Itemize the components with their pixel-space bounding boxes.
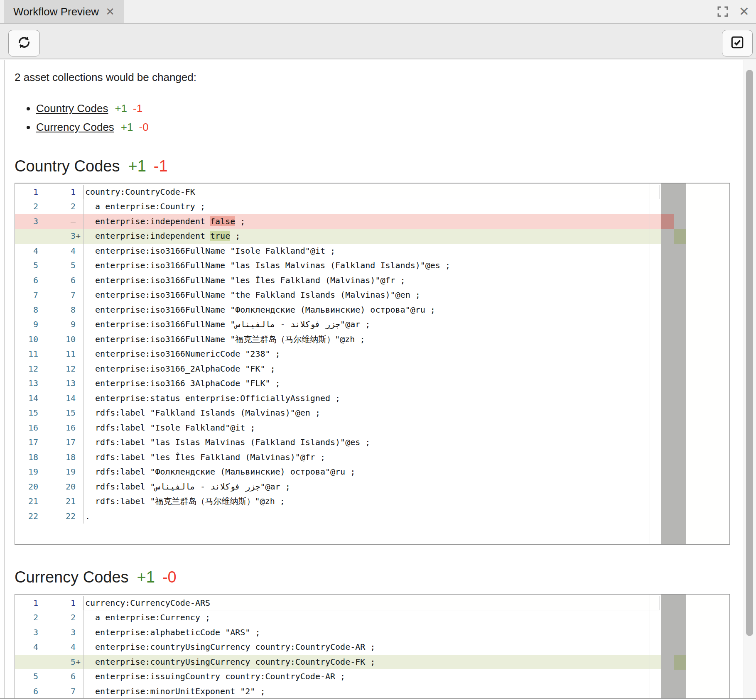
diff-row: 66 enterprise:iso3166FullName "les Îles … [15, 273, 661, 288]
code-line: rdfs:label "las Islas Malvinas (Falkland… [83, 435, 660, 450]
overview-added-marker [674, 229, 686, 244]
vertical-scrollbar[interactable] [744, 60, 756, 699]
old-line-number: 14 [15, 391, 38, 406]
diff-row: 56 enterprise:issuingCountry country:Cou… [15, 669, 661, 684]
new-line-number: 9 [38, 317, 76, 332]
code-line: enterprise:iso3166FullName "جزر فوكلاند … [83, 317, 660, 332]
diff-row: 55 enterprise:iso3166FullName "las Islas… [15, 258, 661, 273]
added-line-plus-marker [76, 421, 83, 436]
refresh-button[interactable] [8, 30, 40, 56]
new-line-number: 19 [38, 465, 76, 480]
added-line-plus-marker [76, 669, 83, 684]
diff-row: 22 a enterprise:Currency ; [15, 610, 661, 625]
added-line-plus-marker [76, 610, 83, 625]
section-title: Country Codes [15, 157, 120, 175]
old-line-number: 22 [15, 509, 38, 524]
window-controls: ✕ [717, 0, 749, 23]
new-line-number: 18 [38, 450, 76, 465]
tab-close-icon[interactable]: ✕ [106, 6, 115, 17]
new-line-number: 1 [38, 185, 76, 200]
code-line: a enterprise:Country ; [83, 199, 660, 214]
new-line-number: 13 [38, 376, 76, 391]
overview-added-marker [674, 655, 686, 670]
changed-word-highlight: false [210, 216, 235, 226]
removed-count: -1 [133, 102, 142, 115]
right-pane [686, 184, 729, 545]
code-line: a enterprise:Currency ; [83, 610, 660, 625]
change-summary-text: 2 asset collections would be changed: [15, 71, 730, 84]
added-count: +1 [121, 121, 133, 133]
new-line-number: 5 [38, 655, 76, 670]
diff-row: 11country:CountryCode-FK [15, 185, 661, 200]
diff-row: 44 enterprise:countryUsingCurrency count… [15, 640, 661, 655]
diff-row: 1111 enterprise:iso3166NumericCode "238"… [15, 347, 661, 362]
code-line: rdfs:label "Isole Falkland"@it ; [83, 421, 660, 436]
added-line-plus-marker [76, 509, 83, 524]
changed-collection-item: Currency Codes+1-0 [36, 121, 730, 134]
old-line-number: 1 [15, 596, 38, 611]
code-line: . [83, 509, 660, 524]
code-line: enterprise:iso3166FullName "Фолклендские… [83, 303, 660, 318]
changed-word-highlight: true [210, 231, 230, 241]
added-line-plus-marker [76, 185, 83, 200]
code-line: enterprise:minorUnitExponent "2" ; [83, 684, 660, 699]
new-line-number: 3 [38, 625, 76, 640]
added-line-plus-marker [76, 450, 83, 465]
added-line-plus-marker [76, 640, 83, 655]
code-line: enterprise:iso3166NumericCode "238" ; [83, 347, 660, 362]
old-line-number: 5 [15, 258, 38, 273]
added-line-plus-marker [76, 376, 83, 391]
scrollbar-thumb[interactable] [746, 70, 753, 636]
new-line-number: 4 [38, 244, 76, 259]
added-count: +1 [137, 568, 155, 586]
diff-row: 1818 rdfs:label "les Îles Falkland (Malv… [15, 450, 661, 465]
code-line: enterprise:issuingCountry country:Countr… [83, 669, 660, 684]
diff-row: 2222. [15, 509, 661, 524]
added-line-plus-marker: + [76, 655, 83, 670]
tab-bar: Workflow Preview ✕ ✕ [0, 0, 756, 24]
added-line-plus-marker [76, 684, 83, 699]
diff-row: 1515 rdfs:label "Falkland Islands (Malvi… [15, 406, 661, 421]
diff-row: 2121 rdfs:label "福克兰群岛（马尔维纳斯）"@zh ; [15, 494, 661, 509]
collection-link-country-codes[interactable]: Country Codes [36, 102, 108, 115]
added-line-plus-marker [76, 199, 83, 214]
new-line-number: 12 [38, 362, 76, 377]
added-line-plus-marker [76, 347, 83, 362]
section-heading: Country Codes+1-1 [15, 157, 730, 176]
section-country-codes: Country Codes+1-1 11country:CountryCode-… [15, 157, 730, 545]
diff-row: 1010 enterprise:iso3166FullName "福克兰群岛（马… [15, 332, 661, 347]
select-all-button[interactable] [722, 30, 753, 56]
refresh-icon [17, 35, 32, 51]
old-line-number: 9 [15, 317, 38, 332]
old-line-number: 3 [15, 625, 38, 640]
new-line-number: 1 [38, 596, 76, 611]
added-line-plus-marker [76, 625, 83, 640]
toolbar [0, 24, 756, 59]
new-line-number: 2 [38, 610, 76, 625]
code-line: enterprise:iso3166FullName "Isole Falkla… [83, 244, 660, 259]
code-line: enterprise:iso3166FullName "les Îles Fal… [83, 273, 660, 288]
old-line-number: 2 [15, 199, 38, 214]
editor-edge-line [650, 184, 650, 545]
old-line-number: 2 [15, 610, 38, 625]
old-line-number: 5 [15, 669, 38, 684]
maximize-icon[interactable] [717, 6, 728, 17]
code-line: enterprise:independent true ; [83, 229, 660, 244]
new-line-number: 6 [38, 669, 76, 684]
old-line-number: 21 [15, 494, 38, 509]
new-line-number: 10 [38, 332, 76, 347]
code-line: enterprise:status enterprise:OfficiallyA… [83, 391, 660, 406]
new-line-number: 20 [38, 480, 76, 494]
old-line-number: 1 [15, 185, 38, 200]
close-icon[interactable]: ✕ [739, 5, 749, 18]
collection-link-currency-codes[interactable]: Currency Codes [36, 121, 114, 133]
added-line-plus-marker [76, 494, 83, 509]
added-line-plus-marker [76, 391, 83, 406]
code-line: rdfs:label "les Îles Falkland (Malvinas)… [83, 450, 660, 465]
added-line-plus-marker [76, 435, 83, 450]
tab-workflow-preview[interactable]: Workflow Preview ✕ [4, 0, 124, 23]
new-line-number: 3 [38, 229, 76, 244]
new-line-number: 7 [38, 684, 76, 699]
added-line-plus-marker [76, 317, 83, 332]
new-line-number: 14 [38, 391, 76, 406]
